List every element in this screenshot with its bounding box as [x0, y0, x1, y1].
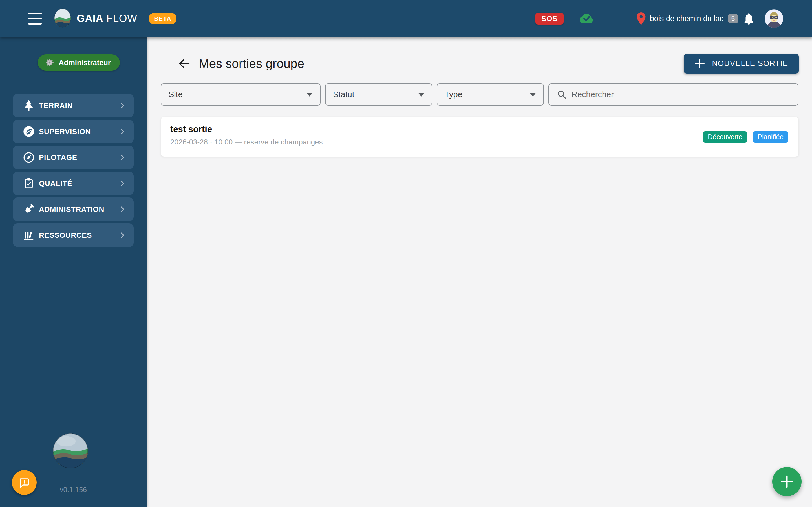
sortie-list-item[interactable]: test sortie 2026-03-28 · 10:00 — reserve…	[161, 117, 799, 157]
location-pin-icon	[637, 12, 646, 25]
sidebar-nav: TERRAIN SUPERVISION	[13, 94, 134, 249]
sortie-title: test sortie	[170, 124, 212, 134]
brand-flow: FLOW	[107, 13, 137, 24]
sidebar-item-label: TERRAIN	[39, 101, 73, 110]
sidebar-item-label: SUPERVISION	[39, 127, 91, 136]
status-badge-decouverte: Découverte	[703, 131, 747, 143]
sidebar-item-label: QUALITÉ	[39, 179, 72, 188]
site-filter-label: Site	[168, 90, 183, 99]
chevron-right-icon	[118, 231, 126, 239]
role-badge-label: Administrateur	[59, 58, 111, 67]
leaf-circle-icon	[22, 125, 35, 138]
sync-status-cloud-check-icon[interactable]	[579, 13, 594, 24]
chevron-right-icon	[118, 179, 126, 187]
sidebar-item-administration[interactable]: ADMINISTRATION	[13, 198, 134, 221]
site-count-badge: 5	[728, 14, 738, 23]
sidebar-footer-divider	[0, 419, 147, 419]
type-filter-dropdown[interactable]: Type	[437, 83, 544, 106]
beta-badge: BETA	[149, 13, 176, 24]
sidebar-item-label: ADMINISTRATION	[39, 205, 104, 214]
site-name-label: bois de chemin du lac	[650, 14, 723, 23]
chevron-right-icon	[118, 154, 126, 161]
chevron-right-icon	[118, 128, 126, 135]
chevron-right-icon	[118, 205, 126, 213]
clipboard-check-icon	[22, 177, 35, 190]
search-icon	[557, 90, 567, 100]
main-content: Mes sorties groupe NOUVELLE SORTIE Site …	[147, 37, 812, 507]
books-icon	[22, 229, 35, 242]
menu-hamburger-icon[interactable]	[28, 13, 43, 24]
gaia-globe-logo	[53, 433, 88, 469]
new-sortie-button[interactable]: NOUVELLE SORTIE	[684, 54, 799, 73]
search-input[interactable]	[571, 90, 791, 99]
add-sortie-fab[interactable]	[772, 467, 802, 496]
sidebar-item-supervision[interactable]: SUPERVISION	[13, 120, 134, 144]
site-filter-dropdown[interactable]: Site	[161, 83, 320, 106]
feedback-chat-icon	[17, 476, 31, 489]
site-selector[interactable]: bois de chemin du lac 5	[637, 12, 738, 25]
gear-icon	[45, 58, 54, 67]
sortie-badges: Découverte Planifiée	[703, 131, 788, 143]
filters-row: Site Statut Type	[161, 83, 799, 106]
sidebar-item-label: RESSOURCES	[39, 231, 92, 240]
app-header: GAIA FLOW BETA SOS bois de chemin du lac…	[0, 0, 812, 37]
search-field[interactable]	[548, 83, 799, 106]
sos-button[interactable]: SOS	[536, 13, 564, 24]
user-avatar[interactable]	[764, 9, 784, 29]
type-filter-label: Type	[445, 90, 462, 99]
sidebar-item-pilotage[interactable]: PILOTAGE	[13, 146, 134, 169]
brand-gaia: GAIA	[77, 13, 103, 24]
new-sortie-button-label: NOUVELLE SORTIE	[712, 59, 788, 68]
sidebar-item-terrain[interactable]: TERRAIN	[13, 94, 134, 117]
plus-icon	[780, 474, 794, 489]
caret-down-icon	[530, 93, 536, 97]
sidebar-item-ressources[interactable]: RESSOURCES	[13, 223, 134, 247]
sidebar-item-qualite[interactable]: QUALITÉ	[13, 172, 134, 195]
sidebar: Administrateur TERRAIN	[0, 37, 147, 507]
plus-icon	[695, 58, 705, 69]
caret-down-icon	[306, 93, 313, 97]
statut-filter-dropdown[interactable]: Statut	[325, 83, 432, 106]
sortie-datetime: 2026-03-28 · 10:00 — reserve de champang…	[170, 138, 323, 147]
shovel-icon	[22, 203, 35, 216]
status-badge-planifiee: Planifiée	[753, 131, 788, 143]
sidebar-item-label: PILOTAGE	[39, 153, 77, 162]
statut-filter-label: Statut	[333, 90, 354, 99]
arrow-left-icon	[177, 57, 191, 70]
page-title: Mes sorties groupe	[199, 57, 304, 71]
compass-icon	[22, 151, 35, 164]
feedback-chat-button[interactable]	[12, 470, 37, 495]
role-badge: Administrateur	[38, 54, 120, 71]
chevron-right-icon	[118, 102, 126, 110]
brand-title: GAIA FLOW	[77, 13, 137, 24]
caret-down-icon	[418, 93, 424, 97]
back-button[interactable]	[176, 56, 192, 71]
pine-tree-icon	[22, 99, 35, 112]
gaia-egg-logo	[54, 8, 71, 29]
notifications-bell-icon[interactable]	[744, 13, 754, 24]
